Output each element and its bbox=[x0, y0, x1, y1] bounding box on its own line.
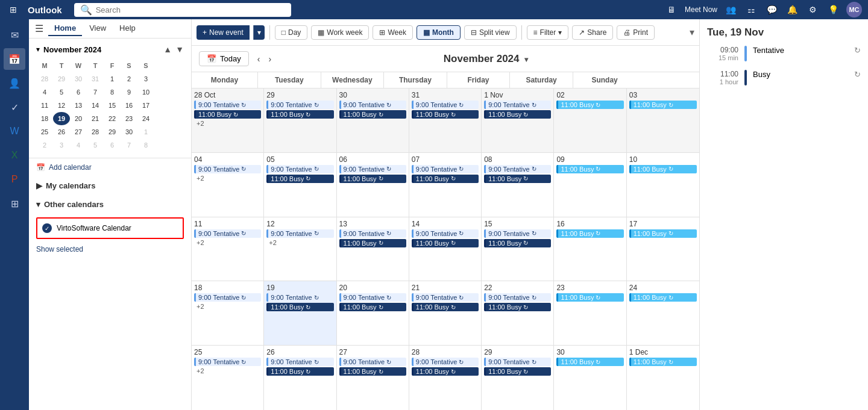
more-events-link[interactable]: +2 bbox=[194, 239, 261, 246]
mini-cell[interactable]: 4 bbox=[36, 85, 53, 99]
mini-cell[interactable]: 2 bbox=[121, 72, 137, 85]
mini-cell[interactable]: 20 bbox=[70, 112, 87, 125]
new-event-caret-button[interactable]: ▾ bbox=[253, 25, 265, 40]
event-tentative[interactable]: 9:00Tentative↻ bbox=[339, 165, 406, 173]
day-oct31[interactable]: 31 9:00Tentative↻ 11:00Busy↻ bbox=[409, 89, 482, 153]
day-nov28[interactable]: 28 9:00Tentative↻ 11:00Busy↻ bbox=[409, 346, 482, 410]
day-nov26[interactable]: 26 9:00Tentative↻ 11:00Busy↻ bbox=[264, 346, 336, 410]
more-events-link[interactable]: +2 bbox=[194, 367, 261, 374]
whiteboard-icon[interactable]: 💬 bbox=[764, 2, 779, 17]
search-box[interactable]: 🔍 bbox=[74, 3, 291, 17]
mini-cell[interactable]: 23 bbox=[121, 112, 137, 125]
day-nov4[interactable]: 04 9:00Tentative↻ +2 bbox=[192, 153, 264, 217]
mini-cell[interactable]: 6 bbox=[70, 85, 87, 99]
my-calendars-header[interactable]: ▶ My calendars bbox=[36, 181, 184, 190]
mini-cell[interactable]: 5 bbox=[53, 85, 70, 99]
event-tentative[interactable]: 9:00Tentative↻ bbox=[339, 293, 406, 302]
day-nov15[interactable]: 15 9:00Tentative↻ 11:00Busy↻ bbox=[482, 217, 554, 282]
mini-cell[interactable]: 14 bbox=[87, 99, 104, 112]
event-busy[interactable]: 11:00Busy↻ bbox=[266, 110, 333, 119]
virtosoftware-calendar-item[interactable]: ✓ VirtoSoftware Calendar bbox=[42, 223, 178, 233]
day-nov13[interactable]: 13 9:00Tentative↻ 11:00Busy↻ bbox=[337, 217, 409, 282]
week-button[interactable]: ⊞ Week bbox=[373, 25, 412, 40]
event-tentative[interactable]: 9:00Tentative↻ bbox=[339, 101, 406, 109]
mini-cell[interactable]: 15 bbox=[104, 99, 121, 112]
mini-cell[interactable]: 9 bbox=[121, 85, 137, 99]
day-nov18[interactable]: 18 9:00Tentative↻ +2 bbox=[192, 281, 264, 346]
mini-cell[interactable]: 12 bbox=[53, 99, 70, 112]
cal-next-icon[interactable]: › bbox=[265, 52, 275, 66]
mini-cal-next[interactable]: ▼ bbox=[175, 45, 184, 54]
mini-cell[interactable]: 2 bbox=[36, 138, 53, 152]
waffle-icon[interactable]: ⊞ bbox=[6, 2, 20, 17]
day-nov19[interactable]: 19 9:00Tentative↻ 11:00Busy↻ bbox=[264, 281, 336, 346]
event-tentative[interactable]: 9:00Tentative↻ bbox=[412, 165, 479, 173]
settings-icon[interactable]: ⚙ bbox=[805, 2, 820, 17]
event-tentative[interactable]: 9:00Tentative↻ bbox=[339, 358, 406, 366]
event-tentative[interactable]: 9:00Tentative↻ bbox=[484, 101, 551, 109]
sidebar-icon-ppt[interactable]: P bbox=[4, 169, 25, 190]
filter-button[interactable]: ≡ Filter ▾ bbox=[527, 25, 569, 40]
mini-cell[interactable]: 1 bbox=[137, 125, 154, 138]
mini-cell[interactable]: 3 bbox=[53, 138, 70, 152]
day-nov1[interactable]: 1 Nov 9:00Tentative↻ 11:00Busy↻ bbox=[482, 89, 554, 153]
day-nov16[interactable]: 16 11:00Busy↻ bbox=[554, 217, 626, 282]
agenda-title[interactable]: Tentative ↻ bbox=[753, 46, 861, 55]
mini-cal-collapse-icon[interactable]: ▾ bbox=[36, 45, 40, 54]
day-nov12[interactable]: 12 9:00Tentative↻ +2 bbox=[264, 217, 336, 282]
sidebar-icon-calendar[interactable]: 📅 bbox=[4, 48, 25, 70]
day-nov9[interactable]: 09 11:00Busy↻ bbox=[554, 153, 626, 217]
mini-cell[interactable]: 30 bbox=[121, 125, 137, 138]
day-nov23[interactable]: 23 11:00Busy↻ bbox=[554, 281, 626, 346]
month-button[interactable]: ▦ Month bbox=[417, 25, 461, 40]
day-nov20[interactable]: 20 9:00Tentative↻ 11:00Busy↻ bbox=[337, 281, 409, 346]
event-tentative[interactable]: 9:00Tentative↻ bbox=[484, 165, 551, 173]
event-tentative[interactable]: 9:00Tentative↻ bbox=[339, 229, 406, 238]
mini-cell[interactable]: 25 bbox=[36, 125, 53, 138]
mini-cell[interactable]: 5 bbox=[87, 138, 104, 152]
cal-nav-caret-icon[interactable]: ▾ bbox=[524, 55, 528, 64]
sidebar-icon-apps[interactable]: ⊞ bbox=[4, 193, 25, 214]
day-nov11[interactable]: 11 9:00Tentative↻ +2 bbox=[192, 217, 264, 282]
mini-cell[interactable]: 28 bbox=[87, 125, 104, 138]
tab-help[interactable]: Help bbox=[113, 21, 142, 36]
event-busy-sat[interactable]: 11:00Busy↻ bbox=[556, 229, 623, 238]
mini-cell[interactable]: 8 bbox=[104, 85, 121, 99]
event-busy[interactable]: 11:00Busy↻ bbox=[484, 110, 551, 119]
mini-cell[interactable]: 10 bbox=[137, 85, 154, 99]
event-busy[interactable]: 11:00Busy↻ bbox=[412, 110, 479, 119]
event-tentative[interactable]: 9:00Tentative↻ bbox=[194, 165, 261, 173]
sidebar-icon-email[interactable]: ✉ bbox=[4, 24, 25, 46]
sidebar-icon-word[interactable]: W bbox=[4, 120, 25, 142]
day-oct28[interactable]: 28 Oct 9:00Tentative↻ 11:00Busy↻ +2 bbox=[192, 89, 264, 153]
event-busy[interactable]: 11:00Busy↻ bbox=[484, 175, 551, 183]
monitor-icon[interactable]: 🖥 bbox=[664, 2, 679, 17]
event-busy-sat[interactable]: 11:00Busy↻ bbox=[556, 101, 623, 109]
mini-cell[interactable]: 4 bbox=[70, 138, 87, 152]
event-tentative[interactable]: 9:00Tentative↻ bbox=[194, 229, 261, 238]
mini-cell[interactable]: 30 bbox=[70, 72, 87, 85]
mini-cell[interactable]: 16 bbox=[121, 99, 137, 112]
mini-cell[interactable]: 18 bbox=[36, 112, 53, 125]
event-busy[interactable]: 11:00Busy↻ bbox=[339, 303, 406, 311]
teams-icon[interactable]: 👥 bbox=[723, 2, 738, 17]
mini-cell[interactable]: 29 bbox=[53, 72, 70, 85]
day-nov8[interactable]: 08 9:00Tentative↻ 11:00Busy↻ bbox=[482, 153, 554, 217]
search-input[interactable] bbox=[96, 5, 285, 14]
event-busy[interactable]: 11:00Busy↻ bbox=[339, 239, 406, 247]
event-busy[interactable]: 11:00Busy↻ bbox=[266, 303, 333, 311]
event-busy[interactable]: 11:00Busy↻ bbox=[339, 175, 406, 183]
mini-cell[interactable]: 28 bbox=[36, 72, 53, 85]
event-tentative[interactable]: 9:00Tentative↻ bbox=[412, 358, 479, 366]
cal-prev-icon[interactable]: ‹ bbox=[254, 52, 264, 66]
event-busy[interactable]: 11:00Busy↻ bbox=[412, 367, 479, 376]
day-button[interactable]: □ Day bbox=[275, 25, 308, 40]
event-busy[interactable]: 11:00Busy↻ bbox=[412, 239, 479, 247]
help-icon[interactable]: 💡 bbox=[826, 2, 840, 17]
event-busy[interactable]: 11:00Busy↻ bbox=[484, 367, 551, 376]
avatar[interactable]: MC bbox=[846, 2, 862, 17]
today-button[interactable]: 📅 Today bbox=[199, 51, 249, 66]
event-tentative[interactable]: 9:00Tentative↻ bbox=[194, 293, 261, 302]
mini-cell[interactable]: 11 bbox=[36, 99, 53, 112]
sidebar-icon-people[interactable]: 👤 bbox=[4, 72, 25, 94]
